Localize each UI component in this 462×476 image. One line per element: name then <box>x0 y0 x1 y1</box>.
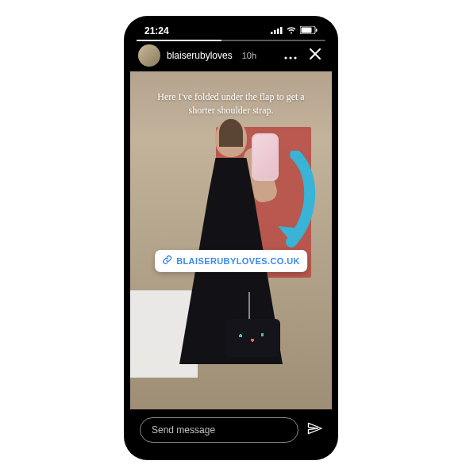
story-caption: Here I've folded under the flap to get a… <box>130 90 332 118</box>
link-sticker-text: BLAISERUBYLOVES.CO.UK <box>176 256 300 266</box>
story-image[interactable]: Here I've folded under the flap to get a… <box>130 71 332 409</box>
svg-rect-1 <box>274 30 276 34</box>
username[interactable]: blaiserubyloves <box>167 50 233 61</box>
svg-rect-5 <box>302 28 312 33</box>
reply-placeholder: Send message <box>152 424 215 436</box>
wifi-icon <box>286 25 297 36</box>
close-icon[interactable] <box>306 45 324 66</box>
handbag <box>225 319 280 357</box>
time-ago: 10h <box>242 51 256 60</box>
screen: 21:24 blaiserubyloves 10h <box>130 22 332 454</box>
story-header: blaiserubyloves 10h <box>130 40 332 71</box>
status-bar: 21:24 <box>130 22 332 40</box>
svg-point-9 <box>294 56 296 59</box>
more-options-icon[interactable] <box>281 45 300 66</box>
svg-rect-2 <box>277 29 279 34</box>
status-time: 21:24 <box>144 25 169 36</box>
story-progress-bar <box>137 40 325 41</box>
battery-icon <box>300 25 318 36</box>
signal-icon <box>271 25 283 36</box>
reply-input[interactable]: Send message <box>140 417 298 443</box>
reply-bar: Send message <box>130 409 332 454</box>
link-icon <box>162 254 172 268</box>
status-icons <box>271 25 318 36</box>
link-sticker[interactable]: BLAISERUBYLOVES.CO.UK <box>155 250 307 272</box>
phone-frame: 21:24 blaiserubyloves 10h <box>124 16 338 460</box>
svg-point-8 <box>289 56 291 59</box>
arrow-annotation-icon <box>264 151 319 254</box>
svg-rect-0 <box>271 32 273 34</box>
avatar[interactable] <box>138 44 160 67</box>
svg-point-7 <box>284 56 287 59</box>
send-icon[interactable] <box>306 420 322 440</box>
svg-rect-3 <box>280 27 283 34</box>
svg-rect-6 <box>316 29 318 32</box>
